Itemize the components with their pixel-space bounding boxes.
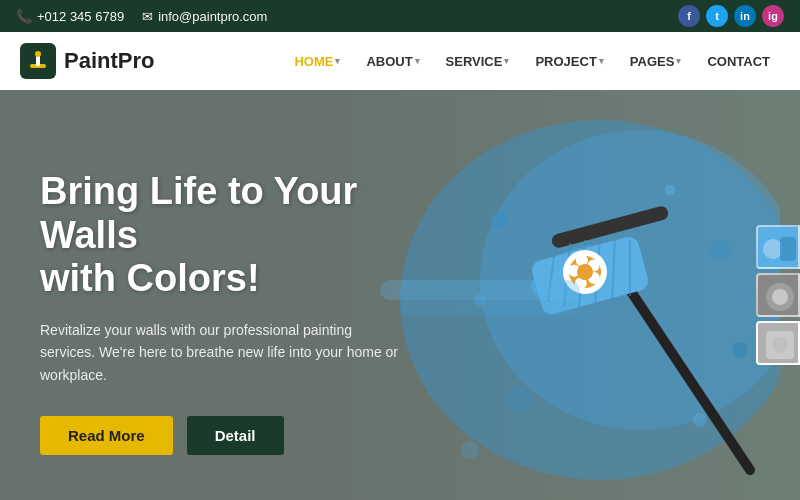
chevron-down-icon: ▾ bbox=[415, 56, 420, 66]
chevron-down-icon: ▾ bbox=[335, 56, 340, 66]
svg-point-7 bbox=[710, 240, 730, 260]
nav-home[interactable]: HOME ▾ bbox=[284, 48, 350, 75]
nav-about[interactable]: ABOUT ▾ bbox=[356, 48, 429, 75]
social-links: f t in ig bbox=[678, 5, 784, 27]
logo-icon bbox=[20, 43, 56, 79]
thumbnail-3[interactable] bbox=[756, 321, 800, 365]
facebook-icon[interactable]: f bbox=[678, 5, 700, 27]
side-thumbnails bbox=[756, 225, 800, 365]
svg-point-10 bbox=[508, 388, 532, 412]
hero-title-line2: with Colors! bbox=[40, 257, 260, 299]
hero-title: Bring Life to Your Walls with Colors! bbox=[40, 170, 440, 301]
nav-contact-label: CONTACT bbox=[707, 54, 770, 69]
svg-point-38 bbox=[772, 289, 788, 305]
svg-point-6 bbox=[665, 185, 675, 195]
topbar: 📞 +012 345 6789 ✉ info@paintpro.com f t … bbox=[0, 0, 800, 32]
svg-point-9 bbox=[732, 342, 748, 358]
chevron-down-icon: ▾ bbox=[676, 56, 681, 66]
hero-content: Bring Life to Your Walls with Colors! Re… bbox=[40, 170, 440, 455]
chevron-down-icon: ▾ bbox=[599, 56, 604, 66]
phone-icon: 📞 bbox=[16, 9, 32, 24]
nav-home-label: HOME bbox=[294, 54, 333, 69]
instagram-icon[interactable]: ig bbox=[762, 5, 784, 27]
twitter-icon[interactable]: t bbox=[706, 5, 728, 27]
phone-contact: 📞 +012 345 6789 bbox=[16, 9, 124, 24]
chevron-down-icon: ▾ bbox=[504, 56, 509, 66]
thumbnail-1[interactable] bbox=[756, 225, 800, 269]
nav-project[interactable]: PROJECT ▾ bbox=[525, 48, 613, 75]
hero-section: Bring Life to Your Walls with Colors! Re… bbox=[0, 90, 800, 500]
nav-pages-label: PAGES bbox=[630, 54, 675, 69]
nav-pages[interactable]: PAGES ▾ bbox=[620, 48, 692, 75]
logo-text: PaintPro bbox=[64, 48, 154, 74]
svg-point-12 bbox=[461, 441, 479, 459]
nav-service[interactable]: SERVICE ▾ bbox=[436, 48, 520, 75]
detail-button[interactable]: Detail bbox=[187, 416, 284, 455]
svg-point-5 bbox=[492, 212, 508, 228]
svg-rect-35 bbox=[780, 237, 796, 261]
svg-point-2 bbox=[35, 51, 41, 57]
phone-number: +012 345 6789 bbox=[37, 9, 124, 24]
thumbnail-2[interactable] bbox=[756, 273, 800, 317]
svg-point-41 bbox=[772, 337, 788, 353]
svg-point-11 bbox=[693, 413, 707, 427]
nav-links: HOME ▾ ABOUT ▾ SERVICE ▾ PROJECT ▾ PAGES… bbox=[284, 48, 780, 75]
hero-title-line1: Bring Life to Your Walls bbox=[40, 170, 357, 256]
hero-subtitle: Revitalize your walls with our professio… bbox=[40, 319, 400, 386]
nav-project-label: PROJECT bbox=[535, 54, 596, 69]
nav-about-label: ABOUT bbox=[366, 54, 412, 69]
email-icon: ✉ bbox=[142, 9, 153, 24]
email-address: info@paintpro.com bbox=[158, 9, 267, 24]
linkedin-icon[interactable]: in bbox=[734, 5, 756, 27]
hero-buttons: Read More Detail bbox=[40, 416, 440, 455]
nav-contact[interactable]: CONTACT bbox=[697, 48, 780, 75]
logo[interactable]: PaintPro bbox=[20, 43, 154, 79]
email-contact: ✉ info@paintpro.com bbox=[142, 9, 267, 24]
read-more-button[interactable]: Read More bbox=[40, 416, 173, 455]
navbar: PaintPro HOME ▾ ABOUT ▾ SERVICE ▾ PROJEC… bbox=[0, 32, 800, 90]
topbar-left: 📞 +012 345 6789 ✉ info@paintpro.com bbox=[16, 9, 267, 24]
nav-service-label: SERVICE bbox=[446, 54, 503, 69]
